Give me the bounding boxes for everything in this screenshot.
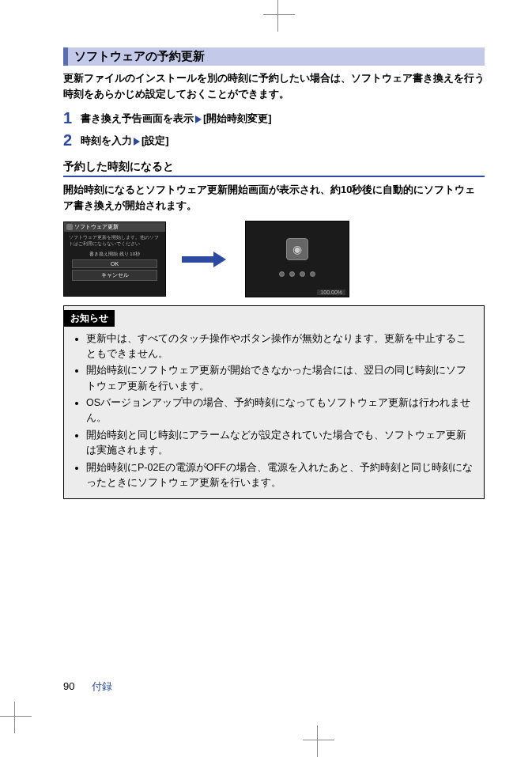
list-item: OSバージョンアップ中の場合、予約時刻になってもソフトウェア更新は行われません。: [86, 396, 476, 426]
screenshot-message: ソフトウェア更新を開始します。他のソフトはご利用にならないでください: [64, 232, 165, 251]
list-item: 開始時刻にP-02Eの電源がOFFの場合、電源を入れたあと、予約時刻と同じ時刻に…: [86, 460, 476, 491]
step-1-bracket: [開始時刻変更]: [203, 112, 272, 124]
screenshot-countdown: 書き換え開始 残り 10秒: [64, 251, 165, 258]
page-number: 90: [63, 680, 74, 692]
step-1-pre: 書き換え予告画面を表示: [81, 112, 194, 124]
step-2-pre: 時刻を入力: [81, 134, 132, 146]
ok-button: OK: [72, 259, 157, 268]
step-2: 2 時刻を入力[設定]: [63, 131, 485, 149]
list-item: 開始時刻にソフトウェア更新が開始できなかった場合には、翌日の同じ時刻にソフトウェ…: [86, 363, 476, 394]
step-number: 2: [63, 131, 81, 149]
notice-list: 更新中は、すべてのタッチ操作やボタン操作が無効となります。更新を中止することもで…: [72, 331, 476, 491]
crop-mark: [263, 0, 295, 32]
list-item: 更新中は、すべてのタッチ操作やボタン操作が無効となります。更新を中止することもで…: [86, 331, 476, 362]
notice-box: お知らせ 更新中は、すべてのタッチ操作やボタン操作が無効となります。更新を中止す…: [63, 305, 485, 499]
step-text: 書き換え予告画面を表示[開始時刻変更]: [81, 109, 272, 126]
step-text: 時刻を入力[設定]: [81, 131, 169, 148]
page-content: ソフトウェアの予約更新 更新ファイルのインストールを別の時刻に予約したい場合は、…: [0, 0, 532, 531]
notice-title: お知らせ: [64, 310, 115, 327]
step-2-bracket: [設定]: [141, 134, 169, 146]
screenshot-progress: ◉ 100.00%: [245, 221, 349, 297]
sub-section-header: 予約した時刻になると: [63, 160, 485, 177]
screenshot-title: ソフトウェア更新: [74, 223, 119, 231]
globe-icon: ◉: [286, 238, 308, 260]
globe-icon: [66, 224, 73, 230]
section-header: ソフトウェアの予約更新: [63, 47, 485, 66]
intro-text: 更新ファイルのインストールを別の時刻に予約したい場合は、ソフトウェア書き換えを行…: [63, 70, 485, 101]
step-number: 1: [63, 109, 81, 127]
progress-dots: [279, 271, 315, 277]
list-item: 開始時刻と同じ時刻にアラームなどが設定されていた場合でも、ソフトウェア更新は実施…: [86, 428, 476, 459]
crop-mark: [0, 702, 32, 733]
crop-mark: [303, 725, 334, 757]
triangle-icon: [134, 138, 140, 146]
cancel-button: キャンセル: [72, 270, 157, 281]
sub-section-body: 開始時刻になるとソフトウェア更新開始画面が表示され、約10秒後に自動的にソフトウ…: [63, 182, 485, 213]
progress-percent: 100.00%: [317, 290, 345, 295]
page-footer: 90 付録: [63, 679, 112, 694]
step-1: 1 書き換え予告画面を表示[開始時刻変更]: [63, 109, 485, 127]
footer-section-name: 付録: [92, 680, 112, 692]
screenshot-topbar: ソフトウェア更新: [64, 222, 165, 232]
triangle-icon: [195, 115, 202, 123]
arrow-right-icon: [182, 254, 229, 265]
screenshot-dialog: ソフトウェア更新 ソフトウェア更新を開始します。他のソフトはご利用にならないでく…: [63, 221, 166, 297]
figure-row: ソフトウェア更新 ソフトウェア更新を開始します。他のソフトはご利用にならないでく…: [63, 221, 485, 297]
